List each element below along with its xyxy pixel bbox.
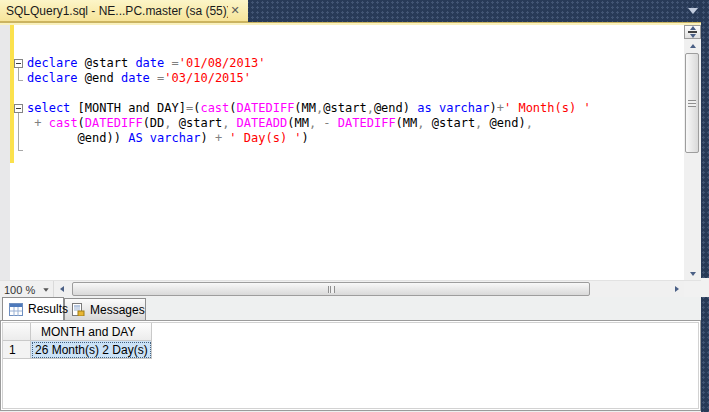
change-tracking-bar [10,25,14,163]
code-line: + cast(DATEDIFF(DD, @start, DATEADD(MM, … [27,116,591,131]
tab-results[interactable]: Results [2,297,64,320]
code-line: declare @start date ='01/08/2013' [27,56,591,71]
code-line: declare @end date ='03/10/2015' [27,71,591,86]
horizontal-scrollbar-thumb[interactable] [72,282,590,296]
arrow-up-icon [690,44,696,48]
split-arrow-up-icon [690,26,696,30]
thumb-grip-icon [328,286,335,293]
outline-region-line [18,68,23,81]
split-lines-icon [688,31,697,33]
document-tab-title: SQLQuery1.sql - NE...PC.master (sa (55))… [6,4,228,18]
grid-header-row: MONTH and DAY [3,323,698,341]
tab-well-chevron-down-icon[interactable] [688,8,698,14]
collapse-toggle-icon[interactable] [14,104,23,113]
outline-region-line [18,113,23,151]
split-handle-icon[interactable] [684,25,701,39]
results-pane: Results Messages MONTH and DAY 1 26 Mon [0,297,701,412]
arrow-left-icon [60,286,64,292]
code-lines: declare @start date ='01/08/2013'declare… [27,26,591,161]
split-arrow-down-icon [690,34,696,38]
scrollbar-corner [684,281,701,298]
grid-column-header[interactable]: MONTH and DAY [31,323,152,341]
scroll-down-button[interactable] [684,267,701,280]
code-line: @end)) AS varchar) + ' Day(s) ') [27,131,591,146]
thumb-grip-icon [688,100,696,107]
grid-cell-value[interactable]: 26 Month(s) 2 Day(s) [31,341,152,359]
indicator-margin [0,25,10,280]
collapse-toggle-icon[interactable] [14,59,23,68]
scroll-right-button[interactable] [670,281,684,297]
document-tab-bar: SQLQuery1.sql - NE...PC.master (sa (55))… [0,0,709,22]
vertical-scrollbar-thumb[interactable] [685,53,699,153]
code-line [27,146,591,161]
zoom-value: 100 % [4,284,35,296]
arrow-right-icon [675,286,679,292]
tab-label: Messages [90,303,145,317]
code-line [27,86,591,101]
vertical-scrollbar[interactable] [684,25,701,280]
results-grid: MONTH and DAY 1 26 Month(s) 2 Day(s) [0,320,701,411]
code-line: select [MONTH and DAY]=(cast(DATEDIFF(MM… [27,101,591,116]
tab-label: Results [28,302,68,316]
scroll-up-button[interactable] [684,39,701,52]
close-icon[interactable]: ✕ [228,4,242,17]
horizontal-scrollbar-track[interactable] [69,281,670,297]
code-line [27,41,591,56]
scrollbar-corner-patch [701,278,709,297]
messages-icon [71,303,85,316]
table-row: 1 26 Month(s) 2 Day(s) [3,341,698,359]
scroll-left-button[interactable] [55,281,69,297]
results-grid-inner: MONTH and DAY 1 26 Month(s) 2 Day(s) [2,322,699,409]
results-grid-icon [9,303,23,316]
tab-messages[interactable]: Messages [64,298,146,320]
grid-row-number[interactable]: 1 [3,341,31,359]
window-right-edge [701,0,709,412]
code-line [27,26,591,41]
ssms-window: SQLQuery1.sql - NE...PC.master (sa (55))… [0,0,709,412]
editor-bottom-bar: 100 % [0,280,701,297]
arrow-down-icon [690,272,696,276]
grid-corner-cell[interactable] [3,323,31,341]
sql-editor[interactable]: declare @start date ='01/08/2013'declare… [0,25,701,280]
document-tab[interactable]: SQLQuery1.sql - NE...PC.master (sa (55))… [0,0,248,22]
zoom-control[interactable]: 100 % [0,281,54,298]
zoom-chevron-down-icon [43,288,48,292]
